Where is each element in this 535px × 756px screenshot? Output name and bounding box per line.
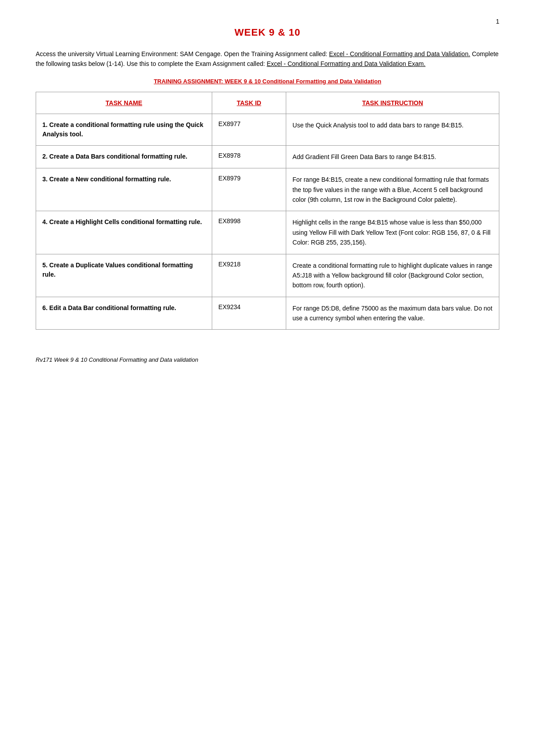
task-id-cell-1: EX8977: [212, 114, 286, 145]
task-name-cell-5: 5. Create a Duplicate Values conditional…: [36, 254, 212, 297]
table-row: 5. Create a Duplicate Values conditional…: [36, 254, 499, 297]
intro-paragraph: Access the university Virtual Learning E…: [36, 49, 499, 69]
task-instruction-cell-4: Highlight cells in the range B4:B15 whos…: [286, 211, 499, 254]
week-title: WEEK 9 & 10: [36, 27, 499, 38]
footer-text: Rv171 Week 9 & 10 Conditional Formatting…: [36, 356, 499, 363]
task-name-header: TASK NAME: [36, 92, 212, 114]
task-instruction-cell-6: For range D5:D8, define 75000 as the max…: [286, 297, 499, 330]
task-id-cell-3: EX8979: [212, 168, 286, 211]
tasks-table: TASK NAME TASK ID TASK INSTRUCTION 1. Cr…: [36, 92, 499, 330]
table-row: 4. Create a Highlight Cells conditional …: [36, 211, 499, 254]
task-instruction-cell-3: For range B4:B15, create a new condition…: [286, 168, 499, 211]
page-number: 1: [496, 18, 499, 25]
task-name-cell-3: 3. Create a New conditional formatting r…: [36, 168, 212, 211]
task-instruction-header: TASK INSTRUCTION: [286, 92, 499, 114]
task-instruction-cell-5: Create a conditional formatting rule to …: [286, 254, 499, 297]
task-instruction-cell-2: Add Gradient Fill Green Data Bars to ran…: [286, 145, 499, 168]
table-header-row: TASK NAME TASK ID TASK INSTRUCTION: [36, 92, 499, 114]
underline-link-2: Excel - Conditional Formatting and Data …: [267, 60, 425, 67]
task-id-cell-5: EX9218: [212, 254, 286, 297]
training-title: TRAINING ASSIGNMENT: WEEK 9 & 10 Conditi…: [36, 78, 499, 85]
table-row: 6. Edit a Data Bar conditional formattin…: [36, 297, 499, 330]
underline-link-1: Excel - Conditional Formatting and Data …: [329, 50, 470, 57]
table-row: 3. Create a New conditional formatting r…: [36, 168, 499, 211]
task-id-cell-4: EX8998: [212, 211, 286, 254]
task-id-header: TASK ID: [212, 92, 286, 114]
task-instruction-cell-1: Use the Quick Analysis tool to add data …: [286, 114, 499, 145]
task-id-cell-6: EX9234: [212, 297, 286, 330]
task-name-cell-4: 4. Create a Highlight Cells conditional …: [36, 211, 212, 254]
table-row: 1. Create a conditional formatting rule …: [36, 114, 499, 145]
task-id-cell-2: EX8978: [212, 145, 286, 168]
task-name-cell-6: 6. Edit a Data Bar conditional formattin…: [36, 297, 212, 330]
task-name-cell-2: 2. Create a Data Bars conditional format…: [36, 145, 212, 168]
task-name-cell-1: 1. Create a conditional formatting rule …: [36, 114, 212, 145]
table-row: 2. Create a Data Bars conditional format…: [36, 145, 499, 168]
